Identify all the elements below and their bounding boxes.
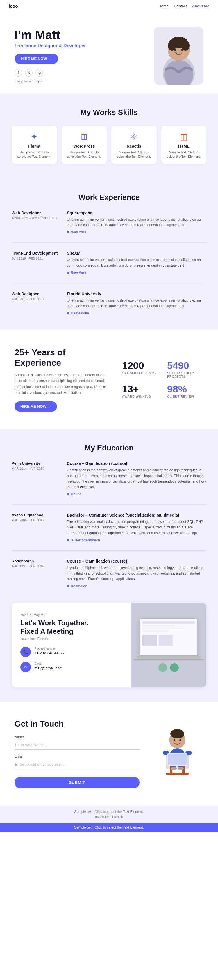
hero-section: I'm Matt Freelance Designer & Developer … — [0, 12, 218, 93]
work-list: Web Developer APRIL 2021 - 2023 (PRESENT… — [12, 210, 206, 315]
react-icon: ⚛ — [115, 132, 152, 142]
svg-point-8 — [181, 49, 183, 51]
work-desc-0: Ut enim ad minim veniam, quis nostrud ex… — [67, 217, 206, 228]
phone-value: +1 232 343 44 55 — [34, 651, 64, 655]
phone-label: Phone number — [34, 647, 64, 650]
edu-location-0: Online — [67, 492, 206, 496]
edu-school-0: Penn University — [12, 461, 58, 466]
laptop-base — [136, 656, 200, 659]
email-label: Email — [34, 662, 63, 665]
edu-school-1: Avans Highschool — [12, 513, 58, 517]
get-in-touch-section: Get in Touch Name Email SUBMIT — [0, 702, 218, 806]
stat-label-awards: AWARD WINNING — [122, 395, 159, 398]
email-value: matt@gmail.com — [34, 666, 63, 670]
skills-grid: ✦ Figma Sample text. Click to select the… — [12, 126, 206, 164]
stats-grid: 1200 SATISFIED CLIENTS 5490 SUCCESSFULLY… — [122, 361, 204, 398]
contact-banner-tag: Need a Project? — [20, 613, 122, 617]
edu-desc-1: The education was mainly Java-based prog… — [67, 519, 206, 536]
skill-desc-html: Sample text. Click to select the Text El… — [165, 150, 203, 159]
hire-me-button[interactable]: HIRE ME NOW → — [14, 54, 58, 64]
skill-card-react[interactable]: ⚛ Reactjs Sample text. Click to select t… — [111, 126, 157, 164]
skill-name-react: Reactjs — [115, 144, 152, 148]
svg-rect-26 — [168, 754, 187, 765]
facebook-icon[interactable]: f — [14, 69, 22, 76]
person-illustration — [154, 719, 200, 777]
contact-banner-section: Need a Project? Let's Work Together.Fixe… — [0, 603, 218, 702]
work-item-2: Web Designer AUG 2016 - JUN 2018 Florida… — [12, 291, 206, 315]
work-role-2: Web Designer — [12, 291, 58, 296]
work-company-0: Squarespace — [67, 210, 206, 215]
phone-icon: 📞 — [20, 647, 31, 657]
stat-label-projects: SUCCESSFULLY PROJECTS — [167, 371, 204, 378]
contact-email-item: ✉ Email matt@gmail.com — [20, 662, 122, 672]
skill-desc-react: Sample text. Click to select the Text El… — [115, 150, 152, 159]
skill-card-wordpress[interactable]: ⊞ WordPress Sample text. Click to select… — [62, 126, 107, 164]
footer-image-credit: Image from Freepik — [12, 815, 206, 818]
skill-name-figma: Figma — [16, 144, 53, 148]
skills-section: My Works Skills ✦ Figma Sample text. Cli… — [0, 93, 218, 178]
edu-item-2: Rodenborch AUG 1999 - JUN 2004 Course – … — [12, 559, 206, 589]
stat-projects: 5490 SUCCESSFULLY PROJECTS — [167, 361, 204, 378]
skill-card-figma[interactable]: ✦ Figma Sample text. Click to select the… — [12, 126, 57, 164]
work-role-0: Web Developer — [12, 210, 58, 215]
stat-label-clients: SATISFIED CLIENTS — [122, 371, 159, 375]
skill-name-wordpress: WordPress — [66, 144, 103, 148]
nav-about[interactable]: About Me — [192, 4, 209, 8]
instagram-icon[interactable]: ◎ — [35, 69, 43, 76]
nav-logo: logo — [9, 3, 18, 8]
work-date-0: APRIL 2021 - 2023 (PRESENT) — [12, 216, 58, 220]
work-title: Work Experience — [12, 193, 206, 202]
edu-date-0: MAR 2014 - MAY 2014 — [12, 467, 58, 470]
bottom-bar: Sample text. Click to select the Text El… — [0, 822, 218, 832]
work-item-1: Front-End Development JUN 2018 - FEB 202… — [12, 251, 206, 275]
hero-subtitle: Freelance Designer & Developer — [14, 43, 151, 48]
skill-desc-wordpress: Sample text. Click to select the Text El… — [66, 150, 103, 159]
edu-course-1: Bachelor – Computer Science (Specializat… — [67, 513, 206, 517]
figma-icon: ✦ — [16, 132, 53, 142]
wordpress-icon: ⊞ — [66, 132, 103, 142]
edu-desc-0: Gamification is the application of game … — [67, 468, 206, 490]
avatar-svg — [154, 27, 204, 85]
stat-awards: 13+ AWARD WINNING — [122, 384, 159, 398]
touch-illustration — [151, 719, 204, 777]
contact-banner-img-credit: Image from Freepik — [20, 637, 122, 640]
hire-btn-label-2: HIRE ME NOW → — [20, 404, 51, 409]
svg-rect-12 — [166, 773, 189, 775]
edu-school-2: Rodenborch — [12, 559, 58, 563]
submit-button[interactable]: SUBMIT — [14, 777, 139, 788]
work-company-1: SiteXM — [67, 251, 206, 256]
hero-name: I'm Matt — [14, 29, 151, 42]
work-company-2: Florida University — [67, 291, 206, 296]
email-input[interactable] — [14, 760, 139, 769]
work-item-0: Web Developer APRIL 2021 - 2023 (PRESENT… — [12, 210, 206, 234]
work-desc-2: Ut enim ad minim veniam, quis nostrud ex… — [67, 298, 206, 309]
nav-contact[interactable]: Contact — [174, 4, 187, 8]
svg-point-20 — [173, 739, 175, 741]
edu-list: Penn University MAR 2014 - MAY 2014 Cour… — [12, 461, 206, 588]
nav-links: Home Contact About Me — [159, 4, 209, 8]
hero-image-credit: Image from Freepik — [14, 80, 151, 83]
work-date-1: JUN 2018 - FEB 2021 — [12, 257, 58, 260]
stat-num-awards: 13+ — [122, 384, 159, 394]
bottom-bar-text: Sample text. Click to select the Text El… — [12, 826, 206, 829]
work-location-2: Gainesville — [67, 311, 206, 315]
svg-point-19 — [170, 729, 184, 738]
hero-right — [151, 27, 204, 85]
twitter-icon[interactable]: 𝕏 — [25, 69, 32, 76]
social-icons: f 𝕏 ◎ — [14, 69, 151, 76]
stats-section: 25+ Years of Experience Sample text. Cli… — [0, 330, 218, 429]
hire-me-button-2[interactable]: HIRE ME NOW → — [14, 401, 57, 412]
nav-home[interactable]: Home — [159, 4, 168, 8]
edu-desc-2: I graduated highschool, where I enjoyed … — [67, 565, 206, 582]
contact-banner-right — [131, 603, 206, 687]
navbar: logo Home Contact About Me — [0, 0, 218, 12]
svg-point-21 — [180, 739, 181, 741]
work-experience-section: Work Experience Web Developer APRIL 2021… — [0, 178, 218, 330]
stat-num-projects: 5490 — [167, 361, 204, 371]
skill-card-html[interactable]: ◫ HTML Sample text. Click to select the … — [161, 126, 207, 164]
work-location-1: New York — [67, 271, 206, 275]
email-label-touch: Email — [14, 754, 139, 759]
edu-location-2: Rosmalen — [67, 584, 206, 588]
edu-date-2: AUG 1999 - JUN 2004 — [12, 565, 58, 568]
name-input[interactable] — [14, 740, 139, 750]
